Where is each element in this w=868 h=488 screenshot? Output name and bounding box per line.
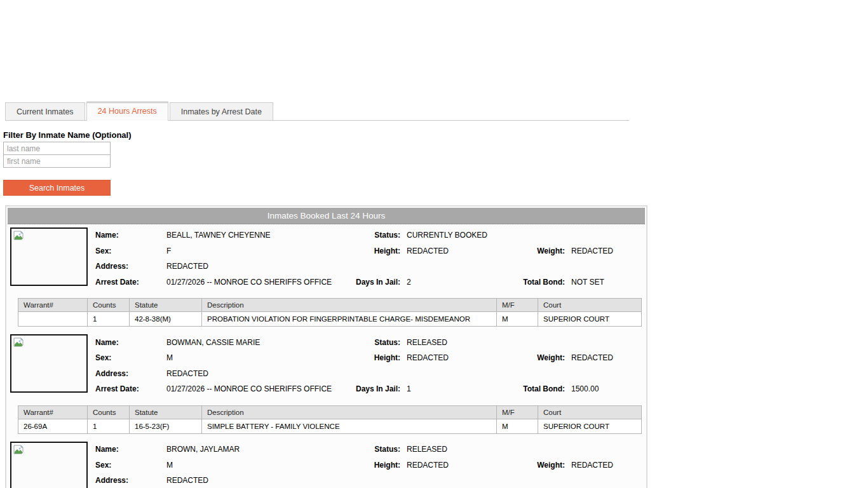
inmate-fields: Name: BROWN, JAYLAMAR Status: RELEASED S… bbox=[95, 442, 642, 488]
counts-header: Counts bbox=[88, 299, 130, 312]
tab-inmates-by-arrest-date[interactable]: Inmates by Arrest Date bbox=[170, 102, 273, 120]
address-label: Address: bbox=[95, 476, 166, 485]
days-in-jail-label: Days In Jail: bbox=[348, 278, 407, 287]
name-value: BROWN, JAYLAMAR bbox=[166, 445, 348, 454]
charges-header-row: Warrant# Counts Statute Description M/F … bbox=[18, 405, 642, 419]
charge-mf-cell: M bbox=[497, 419, 538, 433]
status-label: Status: bbox=[348, 338, 407, 347]
height-value: REDACTED bbox=[407, 247, 521, 255]
inmate-card: Name: BOWMAN, CASSIE MARIE Status: RELEA… bbox=[8, 331, 645, 433]
name-label: Name: bbox=[95, 338, 166, 347]
address-value: REDACTED bbox=[166, 476, 348, 485]
weight-label: Weight: bbox=[521, 353, 571, 362]
days-in-jail-label: Days In Jail: bbox=[348, 384, 407, 393]
charge-court-cell: SUPERIOR COURT bbox=[538, 312, 642, 327]
status-value: RELEASED bbox=[407, 338, 521, 347]
height-label: Height: bbox=[348, 461, 407, 470]
name-value: BEALL, TAWNEY CHEYENNE bbox=[166, 231, 348, 240]
height-label: Height: bbox=[348, 353, 407, 362]
days-in-jail-value: 2 bbox=[407, 278, 521, 287]
height-value: REDACTED bbox=[407, 353, 521, 362]
weight-label: Weight: bbox=[521, 461, 571, 470]
sex-label: Sex: bbox=[95, 353, 166, 362]
height-label: Height: bbox=[348, 247, 407, 255]
charge-description-cell: PROBATION VIOLATION FOR FINGERPRINTABLE … bbox=[202, 312, 497, 327]
total-bond-value: 1500.00 bbox=[571, 384, 642, 393]
sex-label: Sex: bbox=[95, 461, 166, 470]
charge-row: 1 42-8-38(M) PROBATION VIOLATION FOR FIN… bbox=[18, 312, 642, 327]
charge-description-cell: SIMPLE BATTERY - FAMILY VIOLENCE bbox=[202, 419, 497, 433]
charges-header-row: Warrant# Counts Statute Description M/F … bbox=[18, 299, 642, 312]
panel-title: Inmates Booked Last 24 Hours bbox=[8, 208, 645, 224]
inmate-fields: Name: BEALL, TAWNEY CHEYENNE Status: CUR… bbox=[95, 227, 642, 290]
total-bond-label: Total Bond: bbox=[521, 278, 571, 287]
charge-counts-cell: 1 bbox=[88, 312, 130, 327]
inmate-card: Name: BROWN, JAYLAMAR Status: RELEASED S… bbox=[8, 438, 645, 488]
search-inmates-button[interactable]: Search Inmates bbox=[3, 180, 111, 196]
statute-header: Statute bbox=[130, 405, 202, 419]
arrest-date-value: 01/27/2026 -- MONROE CO SHERIFFS OFFICE bbox=[166, 384, 348, 393]
charge-court-cell: SUPERIOR COURT bbox=[538, 419, 642, 433]
inmate-photo bbox=[10, 334, 88, 393]
first-name-input[interactable] bbox=[3, 154, 111, 168]
broken-image-icon bbox=[13, 445, 24, 455]
tab-current-inmates[interactable]: Current Inmates bbox=[5, 102, 85, 120]
sex-value: F bbox=[166, 247, 348, 255]
charge-warrant-cell: 26-69A bbox=[18, 419, 88, 433]
total-bond-label: Total Bond: bbox=[521, 384, 571, 393]
arrest-date-value: 01/27/2026 -- MONROE CO SHERIFFS OFFICE bbox=[166, 278, 348, 287]
status-label: Status: bbox=[348, 231, 407, 240]
tab-bar: Current Inmates 24 Hours Arrests Inmates… bbox=[5, 102, 629, 121]
weight-value: REDACTED bbox=[571, 247, 642, 255]
height-value: REDACTED bbox=[407, 461, 521, 470]
status-value: CURRENTLY BOOKED bbox=[407, 231, 521, 240]
broken-image-icon bbox=[13, 337, 24, 348]
mf-header: M/F bbox=[497, 299, 538, 312]
last-name-input[interactable] bbox=[3, 142, 111, 155]
inmate-photo bbox=[10, 442, 88, 488]
weight-value: REDACTED bbox=[571, 461, 642, 470]
inmate-photo bbox=[10, 227, 88, 286]
description-header: Description bbox=[202, 299, 497, 312]
status-value: RELEASED bbox=[407, 445, 521, 454]
broken-image-icon bbox=[13, 231, 24, 241]
charge-statute-cell: 42-8-38(M) bbox=[130, 312, 202, 327]
arrest-date-label: Arrest Date: bbox=[95, 384, 166, 393]
name-value: BOWMAN, CASSIE MARIE bbox=[166, 338, 348, 347]
charge-statute-cell: 16-5-23(F) bbox=[130, 419, 202, 433]
court-header: Court bbox=[538, 299, 642, 312]
statute-header: Statute bbox=[130, 299, 202, 312]
counts-header: Counts bbox=[88, 405, 130, 419]
filter-heading: Filter By Inmate Name (Optional) bbox=[3, 130, 868, 140]
sex-label: Sex: bbox=[95, 247, 166, 255]
description-header: Description bbox=[202, 405, 497, 419]
mf-header: M/F bbox=[497, 405, 538, 419]
weight-value: REDACTED bbox=[571, 353, 642, 362]
warrant-header: Warrant# bbox=[18, 299, 88, 312]
charge-counts-cell: 1 bbox=[88, 419, 130, 433]
address-value: REDACTED bbox=[166, 369, 348, 378]
results-panel: Inmates Booked Last 24 Hours Name: BEALL… bbox=[5, 205, 648, 488]
charge-warrant-cell bbox=[18, 312, 88, 327]
inmate-summary: Name: BEALL, TAWNEY CHEYENNE Status: CUR… bbox=[10, 227, 642, 290]
charges-table: Warrant# Counts Statute Description M/F … bbox=[18, 298, 642, 327]
address-label: Address: bbox=[95, 369, 166, 378]
name-label: Name: bbox=[95, 445, 166, 454]
charges-table: Warrant# Counts Statute Description M/F … bbox=[18, 405, 642, 434]
tab-24-hours-arrests[interactable]: 24 Hours Arrests bbox=[86, 102, 168, 121]
sex-value: M bbox=[166, 461, 348, 470]
warrant-header: Warrant# bbox=[18, 405, 88, 419]
inmate-fields: Name: BOWMAN, CASSIE MARIE Status: RELEA… bbox=[95, 334, 642, 396]
arrest-date-label: Arrest Date: bbox=[95, 278, 166, 287]
inmate-card: Name: BEALL, TAWNEY CHEYENNE Status: CUR… bbox=[8, 224, 645, 327]
charge-row: 26-69A 1 16-5-23(F) SIMPLE BATTERY - FAM… bbox=[18, 419, 642, 433]
name-label: Name: bbox=[95, 231, 166, 240]
sex-value: M bbox=[166, 353, 348, 362]
inmate-list: Name: BEALL, TAWNEY CHEYENNE Status: CUR… bbox=[8, 224, 645, 488]
address-label: Address: bbox=[95, 262, 166, 271]
inmate-summary: Name: BOWMAN, CASSIE MARIE Status: RELEA… bbox=[10, 334, 642, 396]
page: Current Inmates 24 Hours Arrests Inmates… bbox=[0, 0, 868, 488]
address-value: REDACTED bbox=[166, 262, 348, 271]
court-header: Court bbox=[538, 405, 642, 419]
inmate-summary: Name: BROWN, JAYLAMAR Status: RELEASED S… bbox=[10, 442, 642, 488]
